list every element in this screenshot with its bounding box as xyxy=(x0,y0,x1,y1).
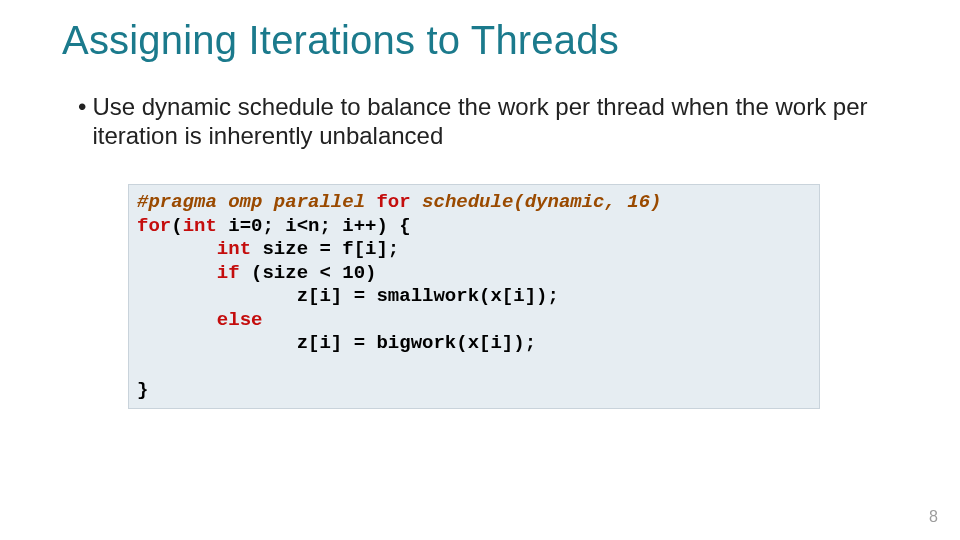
bullet-text: Use dynamic schedule to balance the work… xyxy=(92,92,898,151)
code-text: z[i] = bigwork(x[i]); xyxy=(137,332,536,354)
code-text: } xyxy=(137,379,148,401)
code-keyword-for: for xyxy=(376,191,410,213)
code-keyword-int: int xyxy=(217,238,251,260)
code-indent xyxy=(137,238,217,260)
code-text: (size < 10) xyxy=(240,262,377,284)
page-title: Assigning Iterations to Threads xyxy=(62,18,619,63)
bullet-block: • Use dynamic schedule to balance the wo… xyxy=(78,92,898,151)
code-keyword-if: if xyxy=(217,262,240,284)
code-keyword-for: for xyxy=(137,215,171,237)
code-indent xyxy=(137,309,217,331)
code-block: #pragma omp parallel for schedule(dynami… xyxy=(128,184,820,409)
code-text: size = f[i]; xyxy=(251,238,399,260)
bullet-item: • Use dynamic schedule to balance the wo… xyxy=(78,92,898,151)
code-text: ( xyxy=(171,215,182,237)
slide-number: 8 xyxy=(929,508,938,526)
code-pragma: #pragma omp parallel xyxy=(137,191,376,213)
code-keyword-int: int xyxy=(183,215,217,237)
slide: Assigning Iterations to Threads • Use dy… xyxy=(0,0,960,540)
code-pragma: schedule(dynamic xyxy=(411,191,605,213)
code-pragma: , 16) xyxy=(605,191,662,213)
code-indent xyxy=(137,262,217,284)
bullet-marker: • xyxy=(78,92,92,151)
code-text: z[i] = smallwork(x[i]); xyxy=(137,285,559,307)
code-keyword-else: else xyxy=(217,309,263,331)
code-text: i=0; i<n; i++) { xyxy=(217,215,411,237)
